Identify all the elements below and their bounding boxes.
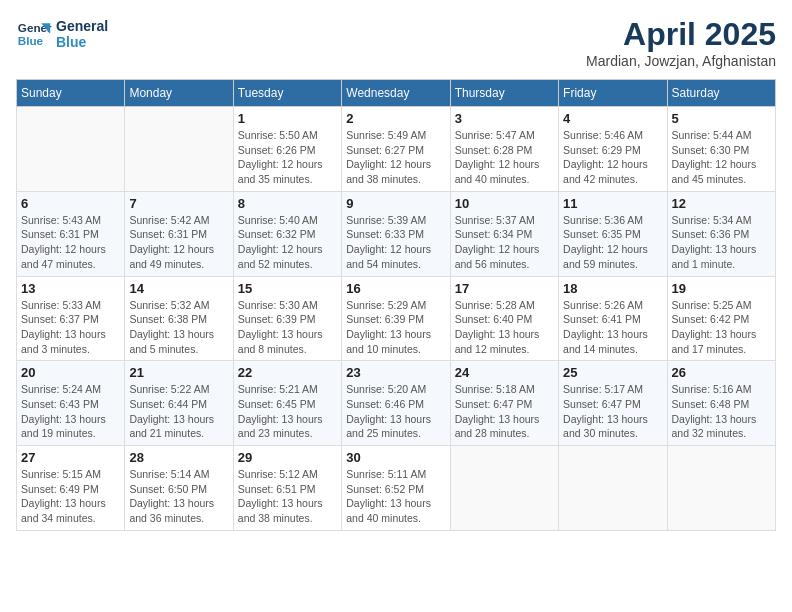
cell-date-number: 16 — [346, 281, 445, 296]
cell-date-number: 9 — [346, 196, 445, 211]
calendar-cell — [667, 446, 775, 531]
cell-daylight-info: Sunrise: 5:32 AM Sunset: 6:38 PM Dayligh… — [129, 298, 228, 357]
cell-daylight-info: Sunrise: 5:28 AM Sunset: 6:40 PM Dayligh… — [455, 298, 554, 357]
week-row-1: 1Sunrise: 5:50 AM Sunset: 6:26 PM Daylig… — [17, 107, 776, 192]
cell-date-number: 17 — [455, 281, 554, 296]
cell-date-number: 27 — [21, 450, 120, 465]
cell-date-number: 19 — [672, 281, 771, 296]
calendar-cell: 25Sunrise: 5:17 AM Sunset: 6:47 PM Dayli… — [559, 361, 667, 446]
calendar-cell: 2Sunrise: 5:49 AM Sunset: 6:27 PM Daylig… — [342, 107, 450, 192]
calendar-cell: 14Sunrise: 5:32 AM Sunset: 6:38 PM Dayli… — [125, 276, 233, 361]
cell-date-number: 28 — [129, 450, 228, 465]
week-row-3: 13Sunrise: 5:33 AM Sunset: 6:37 PM Dayli… — [17, 276, 776, 361]
day-header-sunday: Sunday — [17, 80, 125, 107]
calendar-cell: 6Sunrise: 5:43 AM Sunset: 6:31 PM Daylig… — [17, 191, 125, 276]
cell-date-number: 20 — [21, 365, 120, 380]
cell-daylight-info: Sunrise: 5:37 AM Sunset: 6:34 PM Dayligh… — [455, 213, 554, 272]
calendar-header-row: SundayMondayTuesdayWednesdayThursdayFrid… — [17, 80, 776, 107]
cell-daylight-info: Sunrise: 5:49 AM Sunset: 6:27 PM Dayligh… — [346, 128, 445, 187]
cell-date-number: 21 — [129, 365, 228, 380]
calendar-cell: 11Sunrise: 5:36 AM Sunset: 6:35 PM Dayli… — [559, 191, 667, 276]
cell-daylight-info: Sunrise: 5:36 AM Sunset: 6:35 PM Dayligh… — [563, 213, 662, 272]
cell-daylight-info: Sunrise: 5:18 AM Sunset: 6:47 PM Dayligh… — [455, 382, 554, 441]
week-row-5: 27Sunrise: 5:15 AM Sunset: 6:49 PM Dayli… — [17, 446, 776, 531]
day-header-friday: Friday — [559, 80, 667, 107]
svg-text:Blue: Blue — [18, 34, 44, 47]
day-header-thursday: Thursday — [450, 80, 558, 107]
cell-daylight-info: Sunrise: 5:22 AM Sunset: 6:44 PM Dayligh… — [129, 382, 228, 441]
logo-icon: General Blue — [16, 16, 52, 52]
cell-date-number: 30 — [346, 450, 445, 465]
cell-daylight-info: Sunrise: 5:21 AM Sunset: 6:45 PM Dayligh… — [238, 382, 337, 441]
cell-date-number: 4 — [563, 111, 662, 126]
cell-date-number: 6 — [21, 196, 120, 211]
calendar-cell — [559, 446, 667, 531]
calendar-cell: 28Sunrise: 5:14 AM Sunset: 6:50 PM Dayli… — [125, 446, 233, 531]
cell-date-number: 25 — [563, 365, 662, 380]
calendar-cell: 17Sunrise: 5:28 AM Sunset: 6:40 PM Dayli… — [450, 276, 558, 361]
cell-daylight-info: Sunrise: 5:39 AM Sunset: 6:33 PM Dayligh… — [346, 213, 445, 272]
calendar-cell: 26Sunrise: 5:16 AM Sunset: 6:48 PM Dayli… — [667, 361, 775, 446]
cell-date-number: 26 — [672, 365, 771, 380]
cell-date-number: 29 — [238, 450, 337, 465]
page-title: April 2025 — [586, 16, 776, 53]
calendar-cell: 21Sunrise: 5:22 AM Sunset: 6:44 PM Dayli… — [125, 361, 233, 446]
page-subtitle: Mardian, Jowzjan, Afghanistan — [586, 53, 776, 69]
week-row-4: 20Sunrise: 5:24 AM Sunset: 6:43 PM Dayli… — [17, 361, 776, 446]
calendar-cell: 16Sunrise: 5:29 AM Sunset: 6:39 PM Dayli… — [342, 276, 450, 361]
calendar-cell: 29Sunrise: 5:12 AM Sunset: 6:51 PM Dayli… — [233, 446, 341, 531]
calendar-cell: 23Sunrise: 5:20 AM Sunset: 6:46 PM Dayli… — [342, 361, 450, 446]
cell-daylight-info: Sunrise: 5:15 AM Sunset: 6:49 PM Dayligh… — [21, 467, 120, 526]
cell-date-number: 11 — [563, 196, 662, 211]
cell-date-number: 5 — [672, 111, 771, 126]
cell-daylight-info: Sunrise: 5:29 AM Sunset: 6:39 PM Dayligh… — [346, 298, 445, 357]
calendar-cell — [17, 107, 125, 192]
day-header-saturday: Saturday — [667, 80, 775, 107]
logo-line2: Blue — [56, 34, 108, 50]
cell-daylight-info: Sunrise: 5:14 AM Sunset: 6:50 PM Dayligh… — [129, 467, 228, 526]
calendar-cell: 12Sunrise: 5:34 AM Sunset: 6:36 PM Dayli… — [667, 191, 775, 276]
calendar-cell: 18Sunrise: 5:26 AM Sunset: 6:41 PM Dayli… — [559, 276, 667, 361]
cell-date-number: 12 — [672, 196, 771, 211]
cell-date-number: 15 — [238, 281, 337, 296]
calendar-cell: 20Sunrise: 5:24 AM Sunset: 6:43 PM Dayli… — [17, 361, 125, 446]
cell-daylight-info: Sunrise: 5:50 AM Sunset: 6:26 PM Dayligh… — [238, 128, 337, 187]
cell-date-number: 22 — [238, 365, 337, 380]
cell-daylight-info: Sunrise: 5:46 AM Sunset: 6:29 PM Dayligh… — [563, 128, 662, 187]
cell-daylight-info: Sunrise: 5:33 AM Sunset: 6:37 PM Dayligh… — [21, 298, 120, 357]
calendar-cell: 19Sunrise: 5:25 AM Sunset: 6:42 PM Dayli… — [667, 276, 775, 361]
cell-daylight-info: Sunrise: 5:30 AM Sunset: 6:39 PM Dayligh… — [238, 298, 337, 357]
calendar-cell: 10Sunrise: 5:37 AM Sunset: 6:34 PM Dayli… — [450, 191, 558, 276]
cell-daylight-info: Sunrise: 5:17 AM Sunset: 6:47 PM Dayligh… — [563, 382, 662, 441]
cell-daylight-info: Sunrise: 5:40 AM Sunset: 6:32 PM Dayligh… — [238, 213, 337, 272]
calendar-cell: 9Sunrise: 5:39 AM Sunset: 6:33 PM Daylig… — [342, 191, 450, 276]
calendar-cell: 30Sunrise: 5:11 AM Sunset: 6:52 PM Dayli… — [342, 446, 450, 531]
cell-daylight-info: Sunrise: 5:42 AM Sunset: 6:31 PM Dayligh… — [129, 213, 228, 272]
calendar-cell: 27Sunrise: 5:15 AM Sunset: 6:49 PM Dayli… — [17, 446, 125, 531]
cell-daylight-info: Sunrise: 5:24 AM Sunset: 6:43 PM Dayligh… — [21, 382, 120, 441]
cell-daylight-info: Sunrise: 5:16 AM Sunset: 6:48 PM Dayligh… — [672, 382, 771, 441]
cell-daylight-info: Sunrise: 5:47 AM Sunset: 6:28 PM Dayligh… — [455, 128, 554, 187]
day-header-monday: Monday — [125, 80, 233, 107]
calendar-cell: 13Sunrise: 5:33 AM Sunset: 6:37 PM Dayli… — [17, 276, 125, 361]
calendar-cell: 24Sunrise: 5:18 AM Sunset: 6:47 PM Dayli… — [450, 361, 558, 446]
cell-date-number: 10 — [455, 196, 554, 211]
calendar-cell: 1Sunrise: 5:50 AM Sunset: 6:26 PM Daylig… — [233, 107, 341, 192]
cell-date-number: 2 — [346, 111, 445, 126]
cell-date-number: 24 — [455, 365, 554, 380]
cell-date-number: 3 — [455, 111, 554, 126]
cell-daylight-info: Sunrise: 5:43 AM Sunset: 6:31 PM Dayligh… — [21, 213, 120, 272]
cell-daylight-info: Sunrise: 5:25 AM Sunset: 6:42 PM Dayligh… — [672, 298, 771, 357]
day-header-wednesday: Wednesday — [342, 80, 450, 107]
cell-daylight-info: Sunrise: 5:34 AM Sunset: 6:36 PM Dayligh… — [672, 213, 771, 272]
calendar-cell — [450, 446, 558, 531]
cell-date-number: 13 — [21, 281, 120, 296]
cell-daylight-info: Sunrise: 5:12 AM Sunset: 6:51 PM Dayligh… — [238, 467, 337, 526]
cell-daylight-info: Sunrise: 5:44 AM Sunset: 6:30 PM Dayligh… — [672, 128, 771, 187]
cell-daylight-info: Sunrise: 5:11 AM Sunset: 6:52 PM Dayligh… — [346, 467, 445, 526]
logo-line1: General — [56, 18, 108, 34]
cell-date-number: 23 — [346, 365, 445, 380]
cell-date-number: 14 — [129, 281, 228, 296]
week-row-2: 6Sunrise: 5:43 AM Sunset: 6:31 PM Daylig… — [17, 191, 776, 276]
cell-date-number: 18 — [563, 281, 662, 296]
